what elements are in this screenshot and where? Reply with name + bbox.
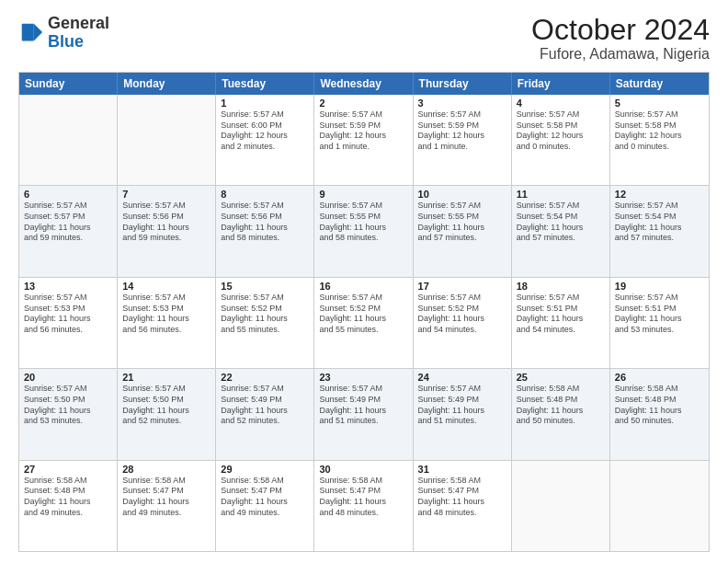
cell-line: and 55 minutes. <box>221 325 309 336</box>
day-number: 18 <box>517 281 605 292</box>
day-cell-6: 6Sunrise: 5:57 AMSunset: 5:57 PMDaylight… <box>19 186 118 276</box>
day-cell-2: 2Sunrise: 5:57 AMSunset: 5:59 PMDaylight… <box>314 95 413 185</box>
day-cell-4: 4Sunrise: 5:57 AMSunset: 5:58 PMDaylight… <box>512 95 610 185</box>
cell-line: and 56 minutes. <box>24 325 112 336</box>
cell-line: Sunrise: 5:57 AM <box>221 384 309 395</box>
day-cell-5: 5Sunrise: 5:57 AMSunset: 5:58 PMDaylight… <box>610 95 709 185</box>
day-number: 8 <box>221 189 309 200</box>
cell-line: Sunrise: 5:57 AM <box>418 109 506 121</box>
cell-line: Sunset: 5:49 PM <box>418 395 506 406</box>
cell-line: Daylight: 11 hours <box>24 406 112 417</box>
cell-line: Sunset: 5:51 PM <box>517 304 605 315</box>
cell-line: Sunrise: 5:57 AM <box>517 201 605 212</box>
logo: General Blue <box>18 15 109 52</box>
day-number: 6 <box>24 189 112 200</box>
day-cell-9: 9Sunrise: 5:57 AMSunset: 5:55 PMDaylight… <box>314 186 413 276</box>
cell-line: and 55 minutes. <box>319 325 407 336</box>
cell-line: and 0 minutes. <box>615 142 704 153</box>
cell-line: Daylight: 11 hours <box>24 223 112 234</box>
cell-line: and 49 minutes. <box>122 508 210 519</box>
cell-line: Daylight: 11 hours <box>615 223 704 234</box>
day-cell-12: 12Sunrise: 5:57 AMSunset: 5:54 PMDayligh… <box>610 186 709 276</box>
cell-line: Sunset: 5:54 PM <box>517 212 605 223</box>
day-number: 23 <box>319 372 407 383</box>
day-number: 27 <box>24 464 112 475</box>
cell-line: Sunrise: 5:57 AM <box>221 293 309 304</box>
cell-line: Daylight: 11 hours <box>319 314 407 325</box>
cell-line: Sunrise: 5:57 AM <box>418 384 506 395</box>
cell-line: Daylight: 11 hours <box>517 314 605 325</box>
day-cell-31: 31Sunrise: 5:58 AMSunset: 5:47 PMDayligh… <box>414 461 512 551</box>
cell-line: and 1 minute. <box>319 142 407 153</box>
page: General Blue October 2024 Fufore, Adamaw… <box>0 0 728 563</box>
calendar-row-0: 1Sunrise: 5:57 AMSunset: 6:00 PMDaylight… <box>19 95 709 185</box>
cell-line: Daylight: 11 hours <box>418 223 506 234</box>
cell-line: Sunset: 5:50 PM <box>122 395 210 406</box>
cell-line: Sunset: 5:55 PM <box>319 212 407 223</box>
cell-line: Sunset: 5:56 PM <box>221 212 309 223</box>
empty-cell <box>118 95 216 185</box>
cell-line: Daylight: 11 hours <box>122 223 210 234</box>
cell-line: Daylight: 11 hours <box>418 314 506 325</box>
cell-line: Sunset: 5:56 PM <box>122 212 210 223</box>
cell-line: and 53 minutes. <box>615 325 704 336</box>
day-cell-16: 16Sunrise: 5:57 AMSunset: 5:52 PMDayligh… <box>314 278 413 368</box>
cell-line: and 1 minute. <box>418 142 506 153</box>
cell-line: Daylight: 12 hours <box>517 131 605 142</box>
cell-line: Sunrise: 5:57 AM <box>24 293 112 304</box>
day-number: 1 <box>221 98 309 109</box>
day-cell-24: 24Sunrise: 5:57 AMSunset: 5:49 PMDayligh… <box>414 369 512 459</box>
day-cell-26: 26Sunrise: 5:58 AMSunset: 5:48 PMDayligh… <box>610 369 709 459</box>
day-cell-28: 28Sunrise: 5:58 AMSunset: 5:47 PMDayligh… <box>118 461 216 551</box>
cell-line: Daylight: 11 hours <box>122 314 210 325</box>
day-cell-27: 27Sunrise: 5:58 AMSunset: 5:48 PMDayligh… <box>19 461 118 551</box>
cell-line: Sunrise: 5:57 AM <box>517 293 605 304</box>
cell-line: Daylight: 11 hours <box>319 406 407 417</box>
day-cell-10: 10Sunrise: 5:57 AMSunset: 5:55 PMDayligh… <box>414 186 512 276</box>
day-cell-18: 18Sunrise: 5:57 AMSunset: 5:51 PMDayligh… <box>512 278 610 368</box>
cell-line: and 48 minutes. <box>418 508 506 519</box>
cell-line: Daylight: 11 hours <box>122 406 210 417</box>
day-number: 20 <box>24 372 112 383</box>
header-cell-sunday: Sunday <box>19 73 118 95</box>
cell-line: and 59 minutes. <box>24 233 112 244</box>
cell-line: Sunset: 5:47 PM <box>221 486 309 497</box>
header-cell-saturday: Saturday <box>610 73 709 95</box>
day-number: 19 <box>615 281 704 292</box>
empty-cell <box>512 461 610 551</box>
title-block: October 2024 Fufore, Adamawa, Nigeria <box>531 15 710 63</box>
header-cell-thursday: Thursday <box>414 73 512 95</box>
cell-line: Daylight: 12 hours <box>221 131 309 142</box>
cell-line: Sunset: 5:47 PM <box>122 486 210 497</box>
svg-marker-0 <box>34 24 42 41</box>
cell-line: and 57 minutes. <box>517 233 605 244</box>
day-cell-3: 3Sunrise: 5:57 AMSunset: 5:59 PMDaylight… <box>414 95 512 185</box>
day-cell-22: 22Sunrise: 5:57 AMSunset: 5:49 PMDayligh… <box>216 369 314 459</box>
cell-line: Sunrise: 5:57 AM <box>221 109 309 121</box>
cell-line: Sunset: 5:49 PM <box>319 395 407 406</box>
day-number: 25 <box>517 372 605 383</box>
day-cell-17: 17Sunrise: 5:57 AMSunset: 5:52 PMDayligh… <box>414 278 512 368</box>
cell-line: Sunrise: 5:57 AM <box>24 384 112 395</box>
cell-line: and 50 minutes. <box>615 416 704 427</box>
cell-line: Daylight: 11 hours <box>122 497 210 508</box>
header-cell-tuesday: Tuesday <box>216 73 314 95</box>
month-title: October 2024 <box>531 15 710 44</box>
cell-line: and 58 minutes. <box>221 233 309 244</box>
cell-line: Daylight: 11 hours <box>319 497 407 508</box>
cell-line: and 52 minutes. <box>122 416 210 427</box>
cell-line: Daylight: 12 hours <box>615 131 704 142</box>
cell-line: Sunset: 5:48 PM <box>24 486 112 497</box>
calendar: SundayMondayTuesdayWednesdayThursdayFrid… <box>18 72 710 552</box>
day-number: 2 <box>319 98 407 109</box>
day-number: 29 <box>221 464 309 475</box>
cell-line: Sunrise: 5:58 AM <box>319 476 407 487</box>
cell-line: Sunrise: 5:57 AM <box>122 293 210 304</box>
cell-line: Sunset: 5:55 PM <box>418 212 506 223</box>
day-cell-15: 15Sunrise: 5:57 AMSunset: 5:52 PMDayligh… <box>216 278 314 368</box>
cell-line: and 51 minutes. <box>319 416 407 427</box>
svg-rect-1 <box>22 24 34 41</box>
cell-line: Daylight: 11 hours <box>319 223 407 234</box>
day-cell-30: 30Sunrise: 5:58 AMSunset: 5:47 PMDayligh… <box>314 461 413 551</box>
day-number: 15 <box>221 281 309 292</box>
